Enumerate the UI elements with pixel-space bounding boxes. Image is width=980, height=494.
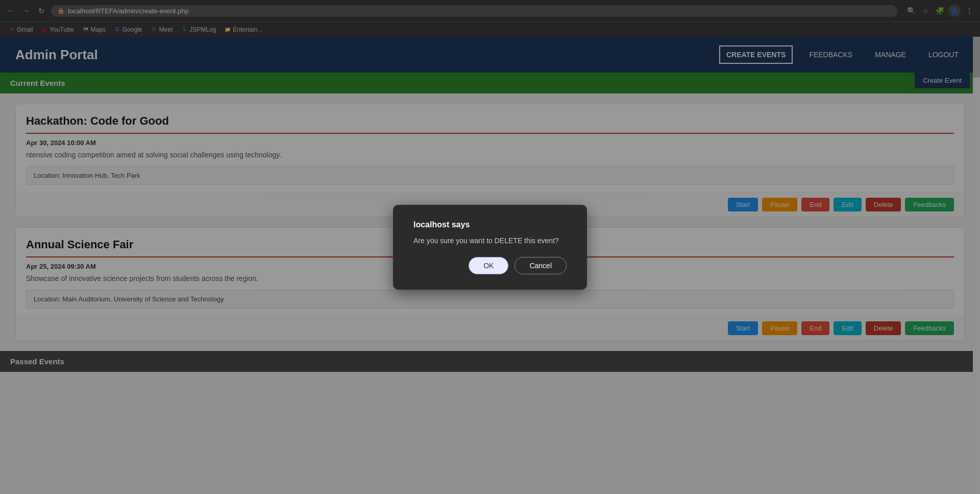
dialog-message: Are you sure you want to DELETE this eve… bbox=[413, 237, 567, 245]
dialog-cancel-button[interactable]: Cancel bbox=[514, 257, 567, 274]
dialog-title: localhost says bbox=[413, 220, 567, 229]
dialog-ok-button[interactable]: OK bbox=[469, 257, 508, 274]
dialog-buttons: OK Cancel bbox=[413, 257, 567, 274]
confirm-dialog: localhost says Are you sure you want to … bbox=[393, 205, 587, 290]
